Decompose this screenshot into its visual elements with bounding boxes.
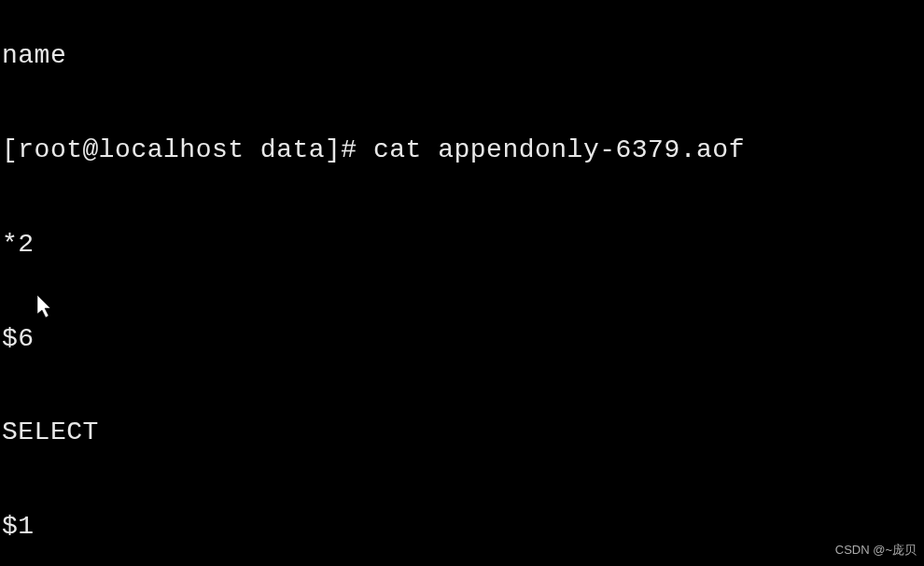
terminal-prompt-line: [root@localhost data]# cat appendonly-63…: [2, 134, 922, 166]
terminal-output-line: $1: [2, 511, 922, 543]
shell-command: cat appendonly-6379.aof: [373, 135, 745, 164]
terminal-output-line: name: [2, 40, 922, 72]
terminal-output-line: *2: [2, 229, 922, 261]
watermark-text: CSDN @~庞贝: [835, 542, 917, 559]
shell-prompt: [root@localhost data]#: [2, 135, 373, 164]
terminal-output-line: $6: [2, 323, 922, 355]
terminal-output-line: SELECT: [2, 417, 922, 448]
terminal-window[interactable]: name [root@localhost data]# cat appendon…: [0, 0, 924, 566]
